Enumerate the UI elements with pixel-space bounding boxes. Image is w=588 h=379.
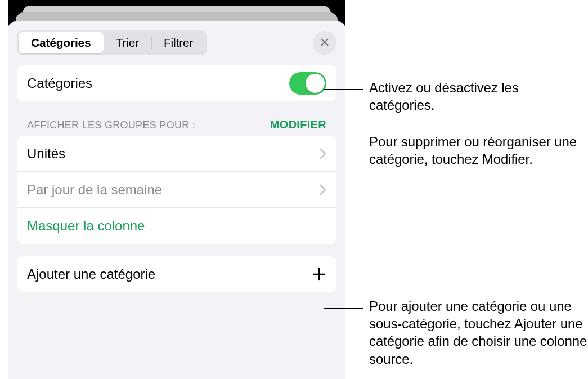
callout-leader (324, 89, 363, 90)
group-row-label: Unités (27, 146, 320, 162)
callout-add: Pour ajouter une catégorie ou une sous-c… (369, 297, 588, 368)
weekday-prefix: Par (27, 182, 52, 197)
plus-icon (312, 267, 326, 282)
chevron-right-icon (320, 184, 326, 195)
toggle-knob (306, 74, 325, 93)
categories-toggle-card: Catégories (17, 65, 336, 101)
categories-toggle[interactable] (289, 72, 326, 95)
panel-body: Catégories Trier Filtrer Catégories AF (8, 21, 345, 379)
tab-categories[interactable]: Catégories (19, 32, 104, 53)
tab-sort[interactable]: Trier (104, 32, 151, 53)
hide-column-row[interactable]: Masquer la colonne (17, 208, 336, 244)
groups-card: Unités Par jour de la semaine Masquer la… (17, 136, 336, 244)
close-button[interactable] (313, 31, 336, 55)
tab-filter[interactable]: Filtrer (151, 32, 205, 53)
categories-toggle-label: Catégories (27, 75, 289, 91)
add-category-card: Ajouter une catégorie (17, 256, 336, 292)
categories-panel: Catégories Trier Filtrer Catégories AF (8, 0, 345, 379)
callout-modify: Pour supprimer ou réorganiser une catégo… (369, 133, 583, 168)
hide-column-label: Masquer la colonne (27, 218, 326, 234)
panel-header: Catégories Trier Filtrer (17, 30, 336, 55)
group-row-weekday[interactable]: Par jour de la semaine (17, 172, 336, 208)
add-category-label: Ajouter une catégorie (27, 266, 312, 282)
categories-toggle-row: Catégories (17, 65, 336, 101)
callout-toggle: Activez ou désactivez les catégories. (369, 79, 577, 114)
chevron-right-icon (320, 148, 326, 159)
add-category-row[interactable]: Ajouter une catégorie (17, 256, 336, 292)
close-icon (320, 37, 330, 49)
weekday-rest: jour de la semaine (52, 182, 162, 197)
group-row-units[interactable]: Unités (17, 136, 336, 172)
callout-leader (313, 142, 363, 142)
section-header-title: AFFICHER LES GROUPES POUR : (27, 119, 195, 131)
edit-button[interactable]: MODIFIER (270, 118, 326, 131)
segmented-control: Catégories Trier Filtrer (17, 30, 207, 55)
callout-leader (324, 308, 363, 309)
section-header: AFFICHER LES GROUPES POUR : MODIFIER (17, 101, 336, 136)
group-row-label: Par jour de la semaine (27, 182, 320, 198)
